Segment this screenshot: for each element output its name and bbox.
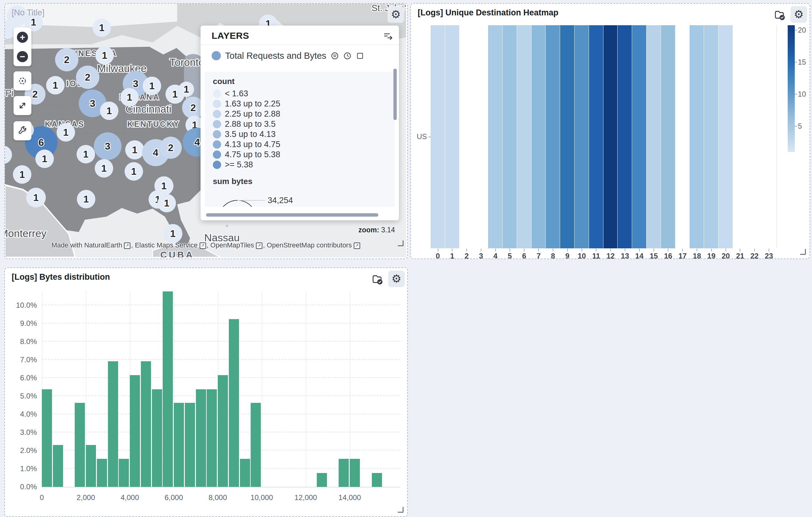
map-cluster-count: 1 xyxy=(164,197,170,209)
count-legend-swatch xyxy=(213,120,221,128)
bytes-bar-bin-5500[interactable] xyxy=(163,292,173,487)
heatmap-x-tick-mark xyxy=(668,249,668,251)
attribution-link[interactable]: OpenMapTiles xyxy=(210,241,254,249)
heatmap-panel-settings-button[interactable]: ⚙ xyxy=(790,6,807,23)
bytes-bar-bin-2000[interactable] xyxy=(86,445,96,487)
heatmap-x-tick-label: 18 xyxy=(690,252,704,259)
bytes-bar-bin-7000[interactable] xyxy=(196,389,206,487)
bytes-bar-bin-9000[interactable] xyxy=(240,459,250,487)
layer-row-total-requests[interactable]: Total Requests and Bytes xyxy=(212,49,364,62)
bytes-x-tick-label: 0 xyxy=(17,493,66,502)
zoom-out-button[interactable]: − xyxy=(17,51,28,62)
heatmap-cell-hour-10[interactable] xyxy=(575,25,589,248)
heatmap-cell-hour-8[interactable] xyxy=(546,25,560,248)
bytes-y-tick-label: 5.0% xyxy=(5,392,37,400)
bytes-bar-bin-4000[interactable] xyxy=(130,375,140,487)
bytes-bar-bin-9500[interactable] xyxy=(251,403,261,487)
bytes-panel-resize-handle[interactable] xyxy=(398,507,404,513)
heatmap-x-tick-mark xyxy=(697,249,697,251)
heatmap-x-tick-label: 14 xyxy=(632,252,646,259)
heatmap-cell-hour-0[interactable] xyxy=(431,25,445,248)
bytes-bar-bin-5000[interactable] xyxy=(152,389,162,487)
bytes-bar-bin-8000[interactable] xyxy=(218,375,228,487)
bytes-x-tick-label: 12,000 xyxy=(281,493,330,502)
bytes-bar-bin-6000[interactable] xyxy=(174,403,184,487)
bytes-panel-settings-button[interactable]: ⚙ xyxy=(388,271,405,287)
map-panel-settings-button[interactable]: ⚙ xyxy=(387,6,404,23)
heatmap-panel-resize-handle[interactable] xyxy=(800,249,806,255)
bytes-bar-bin-13500[interactable] xyxy=(339,459,349,487)
bytes-panel-title[interactable]: [Logs] Bytes distribution xyxy=(12,272,110,282)
map-panel-resize-handle[interactable] xyxy=(398,240,404,246)
bytes-y-tick-label: 2.0% xyxy=(5,446,37,455)
map-cluster-count: 1 xyxy=(99,22,105,33)
layers-vertical-scrollbar[interactable] xyxy=(394,69,397,120)
layer-swatch xyxy=(212,51,221,60)
bytes-bar-bin-7500[interactable] xyxy=(207,389,217,487)
bytes-y-tick-label: 0.0% xyxy=(5,483,37,491)
layers-flyout: LAYERS Total Requests and Bytes xyxy=(201,26,399,220)
layer-fields-icon[interactable] xyxy=(331,52,339,60)
wrench-icon xyxy=(17,126,28,136)
attribution-link[interactable]: Made with NaturalEarth xyxy=(51,241,122,249)
layers-horizontal-scrollbar[interactable] xyxy=(206,213,378,217)
bytes-horizontal-gridline xyxy=(42,341,400,342)
gear-icon: ⚙ xyxy=(392,273,401,284)
external-link-icon: ↗ xyxy=(124,243,130,249)
map-cluster-count: 1 xyxy=(33,192,39,203)
heatmap-cell-hour-15[interactable] xyxy=(646,25,661,248)
heatmap-cell-hour-14[interactable] xyxy=(632,25,646,248)
set-view-button[interactable] xyxy=(13,72,31,90)
layer-visibility-checkbox[interactable] xyxy=(356,52,364,60)
bytes-bar-bin-4500[interactable] xyxy=(141,361,151,487)
heatmap-x-tick-label: 3 xyxy=(474,252,488,259)
bytes-bar-bin-3000[interactable] xyxy=(108,361,118,487)
bytes-bar-bin-3500[interactable] xyxy=(119,459,129,487)
heatmap-panel-title[interactable]: [Logs] Unique Destination Heatmap xyxy=(418,8,558,18)
attribution-link[interactable]: Elastic Maps Service xyxy=(135,241,198,249)
collapse-panel-icon[interactable] xyxy=(383,31,394,40)
attribution-link[interactable]: OpenStreetMap contributors xyxy=(267,241,352,249)
heatmap-x-tick-label: 10 xyxy=(575,252,589,259)
heatmap-x-tick-label: 4 xyxy=(488,252,502,259)
bytes-bar-bin-14000[interactable] xyxy=(350,459,360,487)
heatmap-cell-hour-7[interactable] xyxy=(531,25,546,248)
bytes-bar-bin-500[interactable] xyxy=(53,445,63,487)
count-legend-label: 2.25 up to 2.88 xyxy=(225,109,280,119)
heatmap-cell-hour-18[interactable] xyxy=(690,25,704,248)
count-legend-swatch xyxy=(213,161,221,169)
heatmap-y-label: US xyxy=(411,132,427,141)
count-legend-swatch xyxy=(213,100,221,108)
bytes-bar-bin-8500[interactable] xyxy=(229,319,239,487)
count-legend-label: < 1.63 xyxy=(225,89,248,99)
layer-time-icon[interactable] xyxy=(343,52,352,60)
heatmap-cell-hour-19[interactable] xyxy=(704,25,718,248)
map-cluster-count: 1 xyxy=(172,89,178,100)
bytes-bar-bin-12500[interactable] xyxy=(317,473,327,487)
map-panel-title[interactable]: [No Title] xyxy=(12,8,45,18)
heatmap-cell-hour-4[interactable] xyxy=(488,25,502,248)
heatmap-cell-hour-5[interactable] xyxy=(502,25,517,248)
map-tools-button[interactable] xyxy=(13,121,31,140)
map-label-4: KENTUCKY xyxy=(127,120,180,128)
heatmap-cell-hour-16[interactable] xyxy=(661,25,675,248)
heatmap-color-legend xyxy=(788,25,795,152)
zoom-in-button[interactable]: + xyxy=(17,32,28,43)
heatmap-cell-hour-20[interactable] xyxy=(719,25,733,248)
heatmap-cell-hour-12[interactable] xyxy=(604,25,618,248)
layers-header: LAYERS xyxy=(201,26,399,45)
bytes-y-tick-label: 1.0% xyxy=(5,464,37,473)
bytes-bar-bin-0[interactable] xyxy=(42,389,52,487)
bytes-y-tick-label: 3.0% xyxy=(5,428,37,437)
bytes-bar-bin-2500[interactable] xyxy=(97,459,107,487)
bytes-bar-bin-1500[interactable] xyxy=(75,403,85,487)
map-cluster-count: 4 xyxy=(153,147,158,158)
heatmap-cell-hour-6[interactable] xyxy=(517,25,531,248)
heatmap-cell-hour-11[interactable] xyxy=(589,25,603,248)
bytes-bar-bin-15000[interactable] xyxy=(372,473,382,487)
heatmap-cell-hour-13[interactable] xyxy=(618,25,632,248)
fit-to-data-button[interactable] xyxy=(13,96,31,115)
heatmap-cell-hour-9[interactable] xyxy=(560,25,574,248)
heatmap-cell-hour-1[interactable] xyxy=(445,25,459,248)
bytes-bar-bin-6500[interactable] xyxy=(185,403,195,487)
